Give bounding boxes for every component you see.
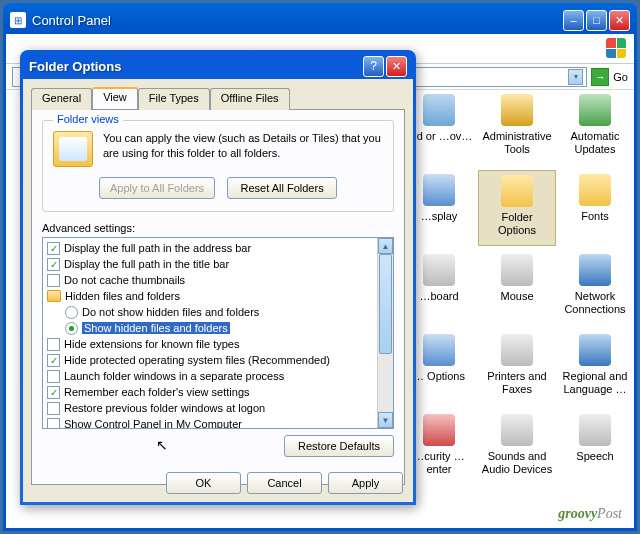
cp-item-printers[interactable]: Printers and Faxes bbox=[478, 330, 556, 406]
checkbox-unchecked-icon[interactable] bbox=[47, 402, 60, 415]
help-button[interactable]: ? bbox=[363, 56, 384, 77]
tree-item-remember-view[interactable]: ✓Remember each folder's view settings bbox=[47, 384, 373, 400]
cd-box-icon bbox=[423, 94, 455, 126]
cp-item-sounds[interactable]: Sounds and Audio Devices bbox=[478, 410, 556, 486]
minimize-button[interactable]: – bbox=[563, 10, 584, 31]
tree-item-restore-prev[interactable]: Restore previous folder windows at logon bbox=[47, 400, 373, 416]
folder-views-group: Folder views You can apply the view (suc… bbox=[42, 120, 394, 212]
cp-icons-grid: …d or …ov… Administrative Tools Automati… bbox=[394, 90, 634, 508]
phone-modem-icon bbox=[423, 334, 455, 366]
folder-gear-icon bbox=[501, 94, 533, 126]
close-button[interactable]: ✕ bbox=[609, 10, 630, 31]
checkbox-unchecked-icon[interactable] bbox=[47, 370, 60, 383]
checkbox-unchecked-icon[interactable] bbox=[47, 418, 60, 429]
tab-view[interactable]: View bbox=[92, 87, 138, 109]
keyboard-icon bbox=[423, 254, 455, 286]
cp-item-autoupdates[interactable]: Automatic Updates bbox=[556, 90, 634, 166]
folder-views-legend: Folder views bbox=[53, 113, 123, 125]
tree-item-show-cp-mycomputer[interactable]: Show Control Panel in My Computer bbox=[47, 416, 373, 428]
folder-icon bbox=[47, 290, 61, 302]
scroll-thumb[interactable] bbox=[379, 254, 392, 354]
tree-scrollbar[interactable]: ▲ ▼ bbox=[377, 238, 393, 428]
tree-item-show-hidden[interactable]: Show hidden files and folders bbox=[47, 320, 373, 336]
restore-defaults-button[interactable]: Restore Defaults bbox=[284, 435, 394, 457]
watermark: groovyPost bbox=[558, 506, 622, 522]
mouse-icon bbox=[501, 254, 533, 286]
checkbox-checked-icon[interactable]: ✓ bbox=[47, 258, 60, 271]
printer-icon bbox=[501, 334, 533, 366]
speaker-icon bbox=[501, 414, 533, 446]
dlg-title: Folder Options bbox=[29, 59, 363, 74]
scroll-up-icon[interactable]: ▲ bbox=[378, 238, 393, 254]
scroll-down-icon[interactable]: ▼ bbox=[378, 412, 393, 428]
tree-group-hidden[interactable]: Hidden files and folders bbox=[47, 288, 373, 304]
tree-item-launch-separate[interactable]: Launch folder windows in a separate proc… bbox=[47, 368, 373, 384]
control-panel-icon: ⊞ bbox=[10, 12, 26, 28]
tree-item-fullpath-title[interactable]: ✓Display the full path in the title bar bbox=[47, 256, 373, 272]
tree-item-hide-protected[interactable]: ✓Hide protected operating system files (… bbox=[47, 352, 373, 368]
cp-item-regional[interactable]: Regional and Language … bbox=[556, 330, 634, 406]
checkbox-checked-icon[interactable]: ✓ bbox=[47, 354, 60, 367]
apply-button[interactable]: Apply bbox=[328, 472, 403, 494]
windows-logo-icon bbox=[606, 38, 628, 60]
radio-unchecked-icon[interactable] bbox=[65, 306, 78, 319]
tree-item-fullpath-address[interactable]: ✓Display the full path in the address ba… bbox=[47, 240, 373, 256]
tab-strip: General View File Types Offline Files bbox=[31, 87, 405, 109]
go-button[interactable]: → Go bbox=[591, 68, 628, 86]
folder-options-dialog: Folder Options ? ✕ General View File Typ… bbox=[20, 50, 416, 505]
folder-views-icon bbox=[53, 131, 93, 167]
globe-refresh-icon bbox=[579, 94, 611, 126]
checkbox-unchecked-icon[interactable] bbox=[47, 274, 60, 287]
cancel-button[interactable]: Cancel bbox=[247, 472, 322, 494]
radio-checked-icon[interactable] bbox=[65, 322, 78, 335]
ok-button[interactable]: OK bbox=[166, 472, 241, 494]
cp-titlebar: ⊞ Control Panel – □ ✕ bbox=[6, 6, 634, 34]
advanced-settings-tree[interactable]: ✓Display the full path in the address ba… bbox=[42, 237, 394, 429]
advanced-settings-label: Advanced settings: bbox=[42, 222, 394, 234]
reset-all-folders-button[interactable]: Reset All Folders bbox=[227, 177, 337, 199]
tab-offline[interactable]: Offline Files bbox=[210, 88, 290, 110]
tab-page-view: Folder views You can apply the view (suc… bbox=[31, 109, 405, 485]
go-label: Go bbox=[613, 71, 628, 83]
tree-item-hide-ext[interactable]: Hide extensions for known file types bbox=[47, 336, 373, 352]
scroll-track[interactable] bbox=[378, 254, 393, 412]
cp-item-mouse[interactable]: Mouse bbox=[478, 250, 556, 326]
dlg-body: General View File Types Offline Files Fo… bbox=[23, 79, 413, 502]
shield-icon bbox=[423, 414, 455, 446]
network-icon bbox=[579, 254, 611, 286]
monitor-icon bbox=[423, 174, 455, 206]
cp-item-admintools[interactable]: Administrative Tools bbox=[478, 90, 556, 166]
checkbox-checked-icon[interactable]: ✓ bbox=[47, 242, 60, 255]
tab-general[interactable]: General bbox=[31, 88, 92, 110]
cp-title: Control Panel bbox=[32, 13, 563, 28]
maximize-button[interactable]: □ bbox=[586, 10, 607, 31]
folder-views-desc: You can apply the view (such as Details … bbox=[103, 131, 383, 161]
dlg-close-button[interactable]: ✕ bbox=[386, 56, 407, 77]
go-arrow-icon: → bbox=[591, 68, 609, 86]
apply-all-folders-button[interactable]: Apply to All Folders bbox=[99, 177, 215, 199]
tab-filetypes[interactable]: File Types bbox=[138, 88, 210, 110]
checkbox-checked-icon[interactable]: ✓ bbox=[47, 386, 60, 399]
globe-icon bbox=[579, 334, 611, 366]
folder-font-icon bbox=[579, 174, 611, 206]
cp-item-fonts[interactable]: Fonts bbox=[556, 170, 634, 246]
tree-item-dont-show-hidden[interactable]: Do not show hidden files and folders bbox=[47, 304, 373, 320]
folder-options-icon bbox=[501, 175, 533, 207]
tree-item-no-cache-thumb[interactable]: Do not cache thumbnails bbox=[47, 272, 373, 288]
checkbox-unchecked-icon[interactable] bbox=[47, 338, 60, 351]
cp-item-network[interactable]: Network Connections bbox=[556, 250, 634, 326]
cp-item-folderoptions[interactable]: Folder Options bbox=[478, 170, 556, 246]
dlg-titlebar: Folder Options ? ✕ bbox=[23, 53, 413, 79]
address-drop-arrow-icon[interactable]: ▾ bbox=[568, 69, 583, 85]
cp-item-speech[interactable]: Speech bbox=[556, 410, 634, 486]
microphone-icon bbox=[579, 414, 611, 446]
